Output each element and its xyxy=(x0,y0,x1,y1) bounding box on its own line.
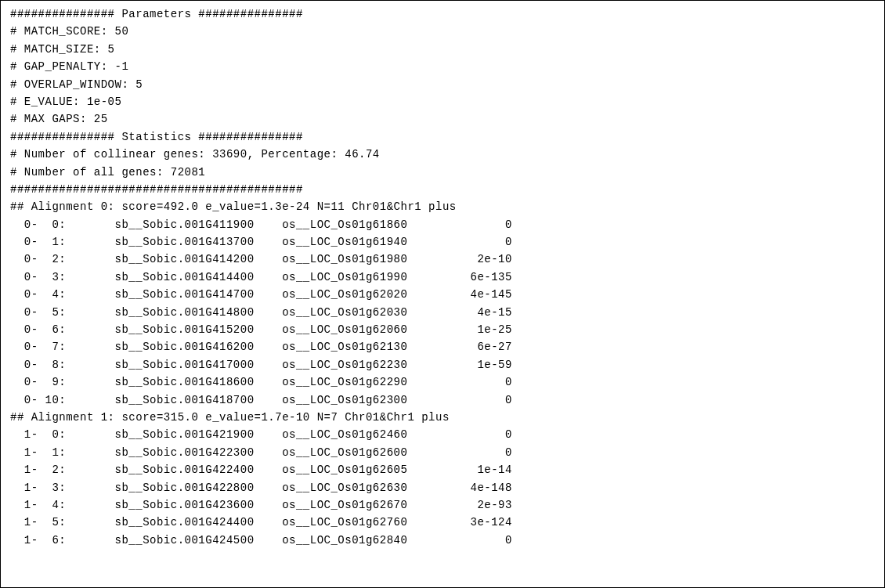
param-gap-penalty: # GAP_PENALTY: -1 xyxy=(10,58,875,75)
alignment0-row: 0- 5: sb__Sobic.001G414800 os__LOC_Os01g… xyxy=(10,304,875,321)
alignment0-row: 0- 6: sb__Sobic.001G415200 os__LOC_Os01g… xyxy=(10,321,875,338)
alignment1-row: 1- 2: sb__Sobic.001G422400 os__LOC_Os01g… xyxy=(10,461,875,478)
alignment1-header: ## Alignment 1: score=315.0 e_value=1.7e… xyxy=(10,409,875,426)
alignment1-row: 1- 0: sb__Sobic.001G421900 os__LOC_Os01g… xyxy=(10,426,875,443)
alignment1-row: 1- 5: sb__Sobic.001G424400 os__LOC_Os01g… xyxy=(10,514,875,531)
collinearity-output: ############### Parameters #############… xyxy=(0,0,885,588)
alignment0-row: 0- 7: sb__Sobic.001G416200 os__LOC_Os01g… xyxy=(10,338,875,355)
param-e-value: # E_VALUE: 1e-05 xyxy=(10,93,875,110)
alignment0-row: 0- 8: sb__Sobic.001G417000 os__LOC_Os01g… xyxy=(10,356,875,373)
param-match-size: # MATCH_SIZE: 5 xyxy=(10,41,875,58)
alignment1-row: 1- 6: sb__Sobic.001G424500 os__LOC_Os01g… xyxy=(10,532,875,549)
param-overlap-window: # OVERLAP_WINDOW: 5 xyxy=(10,76,875,93)
alignment0-row: 0- 9: sb__Sobic.001G418600 os__LOC_Os01g… xyxy=(10,373,875,391)
alignment0-row: 0- 3: sb__Sobic.001G414400 os__LOC_Os01g… xyxy=(10,269,875,286)
alignment0-header: ## Alignment 0: score=492.0 e_value=1.3e… xyxy=(10,198,875,215)
alignment1-row: 1- 1: sb__Sobic.001G422300 os__LOC_Os01g… xyxy=(10,444,875,461)
param-max-gaps: # MAX GAPS: 25 xyxy=(10,110,875,128)
parameters-header: ############### Parameters #############… xyxy=(10,5,875,23)
alignment1-row: 1- 4: sb__Sobic.001G423600 os__LOC_Os01g… xyxy=(10,496,875,514)
alignment0-row: 0- 4: sb__Sobic.001G414700 os__LOC_Os01g… xyxy=(10,286,875,303)
stat-all-genes: # Number of all genes: 72081 xyxy=(10,164,875,181)
alignment0-row: 0- 0: sb__Sobic.001G411900 os__LOC_Os01g… xyxy=(10,216,875,233)
param-match-score: # MATCH_SCORE: 50 xyxy=(10,23,875,40)
alignment0-row: 0- 2: sb__Sobic.001G414200 os__LOC_Os01g… xyxy=(10,251,875,268)
statistics-header: ############### Statistics #############… xyxy=(10,128,875,146)
alignment1-row: 1- 3: sb__Sobic.001G422800 os__LOC_Os01g… xyxy=(10,479,875,496)
alignment0-row: 0- 1: sb__Sobic.001G413700 os__LOC_Os01g… xyxy=(10,233,875,251)
alignment0-row: 0- 10: sb__Sobic.001G418700 os__LOC_Os01… xyxy=(10,391,875,409)
stat-collinear-genes: # Number of collinear genes: 33690, Perc… xyxy=(10,146,875,163)
section-divider: ########################################… xyxy=(10,181,875,198)
